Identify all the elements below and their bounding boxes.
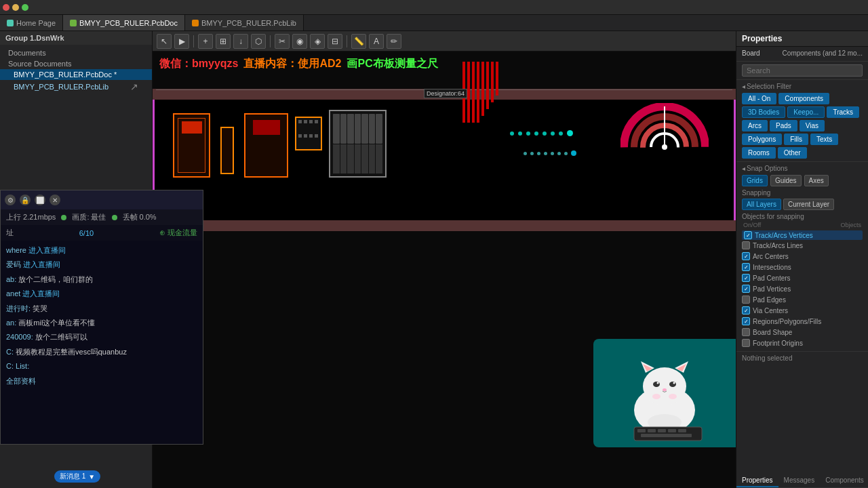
tool-circle[interactable]: ◉ bbox=[292, 34, 307, 49]
comp-2 bbox=[220, 127, 234, 174]
snap-grids-btn[interactable]: Grids bbox=[742, 175, 768, 186]
maximize-dot[interactable] bbox=[22, 4, 28, 11]
stream-min-btn[interactable]: ⬜ bbox=[35, 195, 45, 205]
snap-check-1[interactable] bbox=[742, 241, 750, 249]
pcbdoc-file[interactable]: BMYY_PCB_RULER.PcbDoc * bbox=[0, 69, 152, 80]
filter-3d-bodies[interactable]: 3D Bodies bbox=[742, 106, 785, 118]
dot bbox=[551, 152, 554, 155]
tool-cut[interactable]: ✂ bbox=[275, 34, 290, 49]
snap-check-0[interactable]: ✓ bbox=[744, 231, 752, 239]
chat-area[interactable]: where 进入直播间 爱码 进入直播间 ab: 放个二维码，咱们群的 anet… bbox=[1, 241, 203, 444]
tool-measure[interactable]: 📏 bbox=[351, 34, 366, 49]
components-label: Components (and 12 mo... bbox=[783, 49, 863, 57]
chat-user-1: 爱码 bbox=[6, 260, 21, 268]
snapping-label: Snapping bbox=[742, 189, 863, 197]
filter-vias[interactable]: Vias bbox=[800, 120, 825, 131]
pcblib-file[interactable]: BMYY_PCB_RULER.PcbLib ↗ bbox=[0, 80, 152, 94]
pad bbox=[340, 114, 347, 144]
notification-badge[interactable]: 新消息 1 ▼ bbox=[54, 470, 100, 483]
snap-check-6[interactable] bbox=[742, 296, 750, 304]
filter-polygons[interactable]: Polygons bbox=[742, 134, 782, 145]
snap-check-10[interactable] bbox=[742, 339, 750, 347]
tab-components[interactable]: Components bbox=[820, 474, 868, 487]
tab-home-label: Home Page bbox=[16, 19, 56, 27]
filter-arcs[interactable]: Arcs bbox=[742, 120, 768, 131]
pcb-canvas[interactable]: 微信：bmyyqzs 直播内容：使用AD2 画PC布板测量之尺 Designat… bbox=[153, 52, 736, 488]
filter-texts[interactable]: Texts bbox=[810, 134, 838, 145]
chat-user-8: C: List: bbox=[6, 362, 29, 370]
comp-5 bbox=[329, 110, 387, 178]
svg-point-17 bbox=[663, 388, 667, 391]
chat-text-4: 笑哭 bbox=[33, 304, 47, 312]
snap-check-8[interactable]: ✓ bbox=[742, 317, 750, 325]
dot bbox=[526, 131, 530, 136]
svg-rect-20 bbox=[637, 429, 646, 432]
tab-properties[interactable]: Properties bbox=[736, 474, 778, 487]
snap-check-5[interactable]: ✓ bbox=[742, 285, 750, 293]
tool-text[interactable]: A bbox=[369, 34, 384, 49]
tab-home[interactable]: Home Page bbox=[0, 15, 63, 30]
pad bbox=[361, 114, 368, 144]
svg-point-16 bbox=[673, 382, 675, 384]
search-input[interactable] bbox=[742, 64, 863, 77]
pad bbox=[304, 134, 307, 138]
stream-lock-btn[interactable]: 🔒 bbox=[20, 195, 31, 205]
tab-pcblib[interactable]: BMYY_PCB_RULER.PcbLib bbox=[185, 15, 304, 30]
tool-cursor[interactable]: ↖ bbox=[157, 34, 172, 49]
pad bbox=[333, 144, 340, 174]
dot bbox=[537, 152, 540, 155]
stream-close-btn[interactable]: ✕ bbox=[50, 195, 60, 205]
toolbar: ↖ ▶ + ⊞ ↓ ⬡ ✂ ◉ ◈ ⊟ 📏 A ✏ bbox=[153, 31, 736, 52]
tool-diamond[interactable]: ◈ bbox=[310, 34, 325, 49]
tool-grid[interactable]: ⊞ bbox=[216, 34, 231, 49]
filter-keepout[interactable]: Keepo... bbox=[787, 106, 825, 118]
tool-add[interactable]: + bbox=[198, 34, 213, 49]
filter-fills[interactable]: Fills bbox=[784, 134, 808, 145]
chat-user-7: C: bbox=[6, 348, 14, 356]
snap-check-7[interactable]: ✓ bbox=[742, 306, 750, 314]
snap-label-7: Via Centers bbox=[753, 307, 788, 314]
tool-sep-1 bbox=[193, 35, 194, 47]
snap-item-9: Board Shape bbox=[742, 327, 863, 338]
snap-label-8: Regions/Polygons/Fills bbox=[753, 318, 821, 325]
objects-header: Objects for snapping bbox=[742, 213, 863, 220]
snap-guides-btn[interactable]: Guides bbox=[770, 175, 802, 186]
chat-text-7: 视频教程是完整画vesc吗quanbuz bbox=[16, 348, 127, 356]
current-layer-btn[interactable]: Current Layer bbox=[783, 199, 834, 210]
svg-rect-24 bbox=[678, 429, 686, 432]
snap-item-10: Footprint Origins bbox=[742, 338, 863, 348]
nothing-selected: Nothing selected bbox=[736, 352, 868, 365]
snap-check-9[interactable] bbox=[742, 328, 750, 336]
close-dot[interactable] bbox=[3, 4, 9, 11]
filter-components[interactable]: Components bbox=[778, 93, 829, 104]
right-panel: Properties Board Components (and 12 mo..… bbox=[736, 31, 868, 488]
all-layers-btn[interactable]: All Layers bbox=[742, 199, 781, 210]
semicircle-gauge bbox=[620, 103, 709, 193]
tab-messages[interactable]: Messages bbox=[778, 474, 821, 487]
filter-pads[interactable]: Pads bbox=[770, 120, 797, 131]
minimize-dot[interactable] bbox=[12, 4, 19, 11]
tool-down[interactable]: ↓ bbox=[233, 34, 248, 49]
filter-other[interactable]: Other bbox=[778, 147, 807, 159]
tool-play[interactable]: ▶ bbox=[174, 34, 189, 49]
snap-check-3[interactable]: ✓ bbox=[742, 263, 750, 271]
pad bbox=[355, 114, 361, 144]
chat-user-3: anet bbox=[6, 289, 20, 298]
filter-tracks[interactable]: Tracks bbox=[827, 106, 859, 118]
dot-large bbox=[567, 130, 573, 136]
pcb-board[interactable]: // ruler ticks inline - done via CSS pat… bbox=[153, 89, 736, 231]
tab-pcbdoc[interactable]: BMYY_PCB_RULER.PcbDoc bbox=[63, 15, 185, 30]
snap-axes-btn[interactable]: Axes bbox=[804, 175, 829, 186]
tool-shape[interactable]: ⬡ bbox=[251, 34, 266, 49]
svg-rect-25 bbox=[641, 434, 692, 437]
filter-grid: All - On Components 3D Bodies Keepo... T… bbox=[742, 93, 863, 159]
snap-label-2: Arc Centers bbox=[753, 253, 789, 260]
snap-check-4[interactable]: ✓ bbox=[742, 274, 750, 282]
tool-minus[interactable]: ⊟ bbox=[328, 34, 342, 49]
snap-check-2[interactable]: ✓ bbox=[742, 252, 750, 260]
tool-pen[interactable]: ✏ bbox=[387, 34, 401, 49]
filter-rooms[interactable]: Rooms bbox=[742, 147, 776, 159]
chat-item-1: 爱码 进入直播间 bbox=[1, 258, 203, 272]
stream-settings-btn[interactable]: ⚙ bbox=[5, 195, 16, 205]
filter-all-on[interactable]: All - On bbox=[742, 93, 776, 104]
